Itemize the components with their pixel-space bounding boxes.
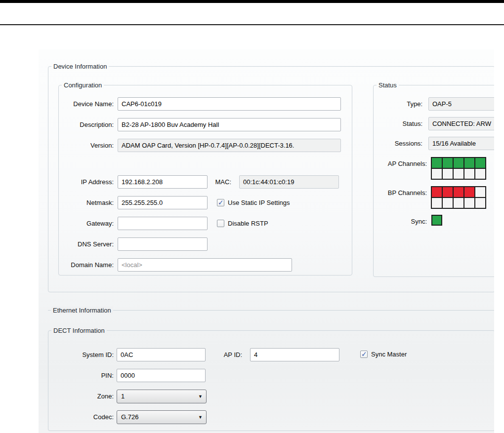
bp-channel-cell xyxy=(474,197,486,209)
sync-label: Sync: xyxy=(360,218,427,225)
codec-dropdown[interactable]: G.726 ▼ xyxy=(117,410,207,424)
zone-dropdown[interactable]: 1 ▼ xyxy=(117,390,207,403)
ap-channel-cell xyxy=(463,157,475,169)
ap-id-label: AP ID: xyxy=(212,351,242,358)
status-group: Status xyxy=(373,85,494,277)
ap-channel-cell xyxy=(474,168,486,180)
top-black-bar xyxy=(0,0,504,3)
ap-channel-cell xyxy=(442,168,454,180)
sessions-field: 15/16 Available xyxy=(428,137,494,150)
ap-channels-label: AP Channels: xyxy=(360,160,427,167)
status-title: Status xyxy=(377,81,399,89)
codec-dropdown-value: G.726 xyxy=(121,413,138,421)
system-id-label: System ID: xyxy=(53,351,114,358)
version-label: Version: xyxy=(53,142,114,149)
bp-channel-cell xyxy=(463,197,475,209)
system-id-field[interactable]: 0AC xyxy=(117,348,206,361)
ip-address-field[interactable]: 192.168.2.208 xyxy=(118,175,208,189)
ip-address-label: IP Address: xyxy=(53,178,114,186)
ap-channel-cell xyxy=(431,157,443,169)
checkmark-icon: ✓ xyxy=(218,198,224,207)
disable-rstp-label: Disable RSTP xyxy=(228,220,268,228)
use-static-ip-label: Use Static IP Settings xyxy=(228,199,290,207)
bp-channels-grid xyxy=(431,186,486,209)
ap-channel-cell xyxy=(431,168,443,180)
pin-label: PIN: xyxy=(53,372,114,379)
dropdown-arrow-icon: ▼ xyxy=(198,411,203,424)
description-field[interactable]: B2-28 AP-1800 Buv Academy Hall xyxy=(118,118,341,131)
netmask-label: Netmask: xyxy=(53,199,114,206)
type-label: Type: xyxy=(365,100,422,108)
configuration-title: Configuration xyxy=(62,81,104,89)
mac-label: MAC: xyxy=(202,178,231,186)
ap-channel-cell xyxy=(474,157,486,169)
ap-channels-grid xyxy=(431,157,486,180)
dns-server-label: DNS Server: xyxy=(53,240,114,248)
dns-server-field[interactable] xyxy=(118,237,208,251)
page: Device Information Configuration Device … xyxy=(0,0,504,433)
status-label: Status: xyxy=(365,120,422,127)
description-label: Description: xyxy=(53,121,114,128)
bp-channel-cell xyxy=(453,197,464,209)
checkmark-icon: ✓ xyxy=(361,350,367,358)
ap-id-field[interactable]: 4 xyxy=(250,348,339,361)
bp-channel-cell xyxy=(463,186,475,198)
ap-channel-cell xyxy=(453,157,464,169)
netmask-field[interactable]: 255.255.255.0 xyxy=(118,196,208,209)
zone-dropdown-value: 1 xyxy=(121,393,125,400)
mac-field: 00:1c:44:01:c0:19 xyxy=(239,175,339,189)
device-config-panel: Device Information Configuration Device … xyxy=(39,49,494,433)
zone-label: Zone: xyxy=(53,393,114,400)
ethernet-information-title: Ethernet Information xyxy=(51,307,113,314)
bp-channels-label: BP Channels: xyxy=(360,189,427,197)
disable-rstp-checkbox[interactable]: ✓ xyxy=(217,220,224,227)
ethernet-information-group: Ethernet Information xyxy=(48,310,494,311)
ap-channel-cell xyxy=(463,168,475,180)
bp-channel-cell xyxy=(431,186,443,198)
sync-indicator xyxy=(431,215,442,226)
sync-master-checkbox[interactable]: ✓ xyxy=(360,351,368,358)
device-information-title: Device Information xyxy=(51,63,109,70)
bp-channel-cell xyxy=(442,186,454,198)
domain-name-label: Domain Name: xyxy=(53,261,114,269)
dect-information-group: DECT Information xyxy=(48,330,494,431)
sessions-label: Sessions: xyxy=(365,140,422,147)
gateway-field[interactable] xyxy=(118,217,208,230)
device-name-field[interactable]: CAP6-01c019 xyxy=(118,97,341,111)
header-rule xyxy=(0,24,504,25)
domain-name-field[interactable]: <local> xyxy=(118,258,292,272)
use-static-ip-checkbox[interactable]: ✓ xyxy=(217,199,224,206)
bp-channel-cell xyxy=(474,186,486,198)
device-name-label: Device Name: xyxy=(53,100,114,108)
pin-field[interactable]: 0000 xyxy=(117,369,206,382)
status-field: CONNECTED: ARW xyxy=(428,117,494,130)
dropdown-arrow-icon: ▼ xyxy=(198,390,203,403)
sync-master-label: Sync Master xyxy=(371,351,407,358)
type-field: OAP-5 xyxy=(428,97,494,111)
codec-label: Codec: xyxy=(53,413,114,421)
bp-channel-cell xyxy=(431,197,443,209)
bp-channel-cell xyxy=(442,197,454,209)
ap-channel-cell xyxy=(442,157,454,169)
dect-information-title: DECT Information xyxy=(51,327,107,334)
bp-channel-cell xyxy=(453,186,464,198)
version-field: ADAM OAP Card, Version [HP-0.7.4][AP-0.0… xyxy=(118,139,341,152)
gateway-label: Gateway: xyxy=(53,220,114,227)
ap-channel-cell xyxy=(453,168,464,180)
